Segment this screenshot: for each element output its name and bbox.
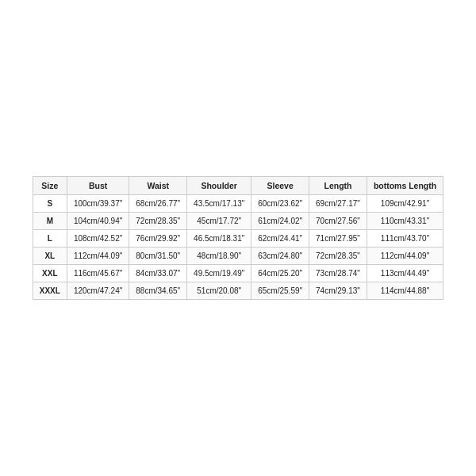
table-cell-r4-c4: 64cm/25.20" [251,265,309,282]
table-cell-r4-c6: 113cm/44.49" [367,265,443,282]
table-cell-r3-c4: 63cm/24.80" [251,248,309,265]
table-cell-r4-c3: 49.5cm/19.49" [187,265,251,282]
table-cell-r1-c1: 104cm/40.94" [67,213,129,230]
table-cell-r0-c2: 68cm/26.77" [129,195,187,213]
table-cell-r3-c3: 48cm/18.90" [187,248,251,265]
column-header-4: Sleeve [251,177,309,195]
size-chart-table: SizeBustWaistShoulderSleeveLengthbottoms… [33,176,443,300]
table-row: XL112cm/44.09"80cm/31.50"48cm/18.90"63cm… [33,248,443,265]
table-cell-r4-c1: 116cm/45.67" [67,265,129,282]
table-cell-r4-c5: 73cm/28.74" [309,265,367,282]
column-header-6: bottoms Length [367,177,443,195]
table-cell-r5-c3: 51cm/20.08" [187,282,251,300]
table-cell-r1-c6: 110cm/43.31" [367,213,443,230]
table-cell-r3-c2: 80cm/31.50" [129,248,187,265]
column-header-3: Shoulder [187,177,251,195]
table-cell-r0-c5: 69cm/27.17" [309,195,367,213]
column-header-5: Length [309,177,367,195]
column-header-0: Size [33,177,67,195]
table-cell-r2-c3: 46.5cm/18.31" [187,230,251,248]
table-row: XXXL120cm/47.24"88cm/34.65"51cm/20.08"65… [33,282,443,300]
table-cell-r5-c2: 88cm/34.65" [129,282,187,300]
table-cell-r0-c6: 109cm/42.91" [367,195,443,213]
table-cell-r5-c6: 114cm/44.88" [367,282,443,300]
size-chart-wrapper: SizeBustWaistShoulderSleeveLengthbottoms… [25,168,451,308]
table-cell-r1-c2: 72cm/28.35" [129,213,187,230]
column-header-2: Waist [129,177,187,195]
table-cell-r2-c6: 111cm/43.70" [367,230,443,248]
table-cell-r5-c5: 74cm/29.13" [309,282,367,300]
table-cell-r1-c4: 61cm/24.02" [251,213,309,230]
table-cell-r4-c2: 84cm/33.07" [129,265,187,282]
table-header-row: SizeBustWaistShoulderSleeveLengthbottoms… [33,177,443,195]
table-cell-r0-c3: 43.5cm/17.13" [187,195,251,213]
table-cell-r0-c4: 60cm/23.62" [251,195,309,213]
table-row: XXL116cm/45.67"84cm/33.07"49.5cm/19.49"6… [33,265,443,282]
table-cell-r3-c6: 112cm/44.09" [367,248,443,265]
table-body: S100cm/39.37"68cm/26.77"43.5cm/17.13"60c… [33,195,443,300]
table-cell-r3-c1: 112cm/44.09" [67,248,129,265]
table-cell-r5-c1: 120cm/47.24" [67,282,129,300]
table-cell-r2-c2: 76cm/29.92" [129,230,187,248]
table-cell-r1-c3: 45cm/17.72" [187,213,251,230]
column-header-1: Bust [67,177,129,195]
table-cell-r1-c5: 70cm/27.56" [309,213,367,230]
table-cell-r0-c1: 100cm/39.37" [67,195,129,213]
table-cell-r5-c0: XXXL [33,282,67,300]
table-row: M104cm/40.94"72cm/28.35"45cm/17.72"61cm/… [33,213,443,230]
table-row: S100cm/39.37"68cm/26.77"43.5cm/17.13"60c… [33,195,443,213]
table-cell-r2-c1: 108cm/42.52" [67,230,129,248]
table-cell-r0-c0: S [33,195,67,213]
table-cell-r2-c5: 71cm/27.95" [309,230,367,248]
table-cell-r2-c0: L [33,230,67,248]
table-cell-r1-c0: M [33,213,67,230]
table-cell-r5-c4: 65cm/25.59" [251,282,309,300]
table-cell-r2-c4: 62cm/24.41" [251,230,309,248]
table-cell-r4-c0: XXL [33,265,67,282]
table-row: L108cm/42.52"76cm/29.92"46.5cm/18.31"62c… [33,230,443,248]
table-cell-r3-c5: 72cm/28.35" [309,248,367,265]
table-cell-r3-c0: XL [33,248,67,265]
